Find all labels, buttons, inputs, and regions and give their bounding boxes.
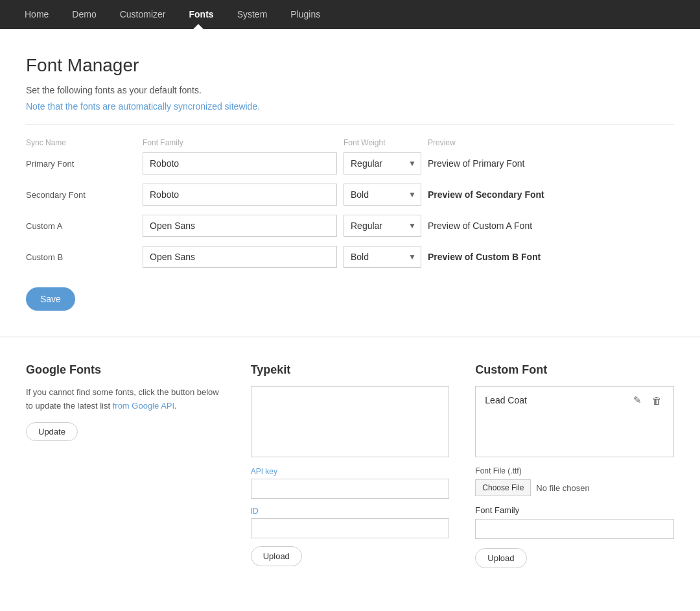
api-key-input[interactable] — [251, 479, 450, 499]
id-label: ID — [251, 507, 450, 516]
google-fonts-description: If you cannot find some fonts, click the… — [26, 386, 225, 413]
font-label-custom-a: Custom A — [26, 221, 143, 231]
font-family-custom-a-input[interactable] — [143, 215, 337, 237]
font-family-custom-b-cell — [143, 246, 344, 268]
font-table-header: Sync Name Font Family Font Weight Previe… — [26, 138, 674, 152]
font-family-custom-b-input[interactable] — [143, 246, 337, 268]
typekit-upload-button[interactable]: Upload — [251, 546, 302, 566]
main-nav: Home Demo Customizer Fonts System Plugin… — [0, 0, 700, 29]
font-weight-secondary-select-wrapper: Regular Bold Light Medium ▼ — [344, 184, 421, 206]
subtitle-2: Note that the fonts are automatically sy… — [26, 101, 674, 112]
delete-font-button[interactable]: 🗑 — [649, 393, 664, 407]
custom-font-actions: ✎ 🗑 — [631, 393, 664, 407]
nav-home[interactable]: Home — [13, 0, 60, 29]
font-weight-primary-select[interactable]: Regular Bold Light Medium — [344, 152, 421, 174]
font-label-secondary: Secondary Font — [26, 190, 143, 200]
font-label-primary: Primary Font — [26, 159, 143, 169]
font-weight-primary-select-wrapper: Regular Bold Light Medium ▼ — [344, 152, 421, 174]
header-font-family: Font Family — [143, 138, 344, 147]
font-weight-custom-b-select-wrapper: Regular Bold Light Medium ▼ — [344, 246, 421, 268]
font-weight-custom-a-select-wrapper: Regular Bold Light Medium ▼ — [344, 215, 421, 237]
file-upload-row: Choose File No file chosen — [475, 479, 674, 496]
google-api-link[interactable]: from Google API — [113, 401, 174, 411]
font-preview-custom-b: Preview of Custom B Font — [428, 252, 674, 262]
nav-plugins[interactable]: Plugins — [279, 0, 332, 29]
bottom-section: Google Fonts If you cannot find some fon… — [0, 337, 700, 594]
font-preview-secondary: Preview of Secondary Font — [428, 189, 674, 200]
font-family-primary-input[interactable] — [143, 152, 337, 174]
table-row: Secondary Font Regular Bold Light Medium… — [26, 184, 674, 206]
font-family-primary-cell — [143, 152, 344, 174]
font-label-custom-b: Custom B — [26, 252, 143, 262]
divider-top — [26, 125, 674, 125]
google-fonts-title: Google Fonts — [26, 363, 225, 377]
custom-font-list: Lead Coat ✎ 🗑 — [475, 386, 674, 457]
nav-demo[interactable]: Demo — [60, 0, 108, 29]
font-weight-custom-b-select[interactable]: Regular Bold Light Medium — [344, 246, 421, 268]
header-font-weight: Font Weight — [344, 138, 428, 147]
font-weight-secondary-select[interactable]: Regular Bold Light Medium — [344, 184, 421, 206]
api-key-label: API key — [251, 467, 450, 476]
font-family-custom-input[interactable] — [475, 519, 674, 539]
nav-customizer[interactable]: Customizer — [108, 0, 178, 29]
typekit-textarea[interactable] — [251, 386, 450, 457]
main-content: Font Manager Set the following fonts as … — [0, 29, 700, 324]
custom-font-title: Custom Font — [475, 363, 674, 377]
subtitle-1: Set the following fonts as your default … — [26, 84, 674, 97]
font-family-custom-a-cell — [143, 215, 344, 237]
typekit-title: Typekit — [251, 363, 450, 377]
font-weight-custom-a-select[interactable]: Regular Bold Light Medium — [344, 215, 421, 237]
font-family-secondary-cell — [143, 184, 344, 206]
page-title: Font Manager — [26, 55, 674, 76]
font-family-section-label: Font Family — [475, 505, 674, 515]
typekit-section: Typekit API key ID Upload — [251, 363, 450, 568]
nav-system[interactable]: System — [226, 0, 279, 29]
font-preview-custom-a: Preview of Custom A Font — [428, 221, 674, 231]
font-file-label: Font File (.ttf) — [475, 466, 674, 475]
custom-font-section: Custom Font Lead Coat ✎ 🗑 Font File (.tt… — [475, 363, 674, 568]
table-row: Custom A Regular Bold Light Medium ▼ Pre… — [26, 215, 674, 237]
nav-active-indicator — [193, 24, 204, 29]
choose-file-button[interactable]: Choose File — [475, 479, 531, 496]
edit-font-button[interactable]: ✎ — [631, 393, 644, 407]
font-family-secondary-input[interactable] — [143, 184, 337, 206]
id-input[interactable] — [251, 518, 450, 538]
font-preview-primary: Preview of Primary Font — [428, 158, 674, 169]
table-row: Custom B Regular Bold Light Medium ▼ Pre… — [26, 246, 674, 268]
update-button[interactable]: Update — [26, 422, 78, 441]
list-item: Lead Coat ✎ 🗑 — [476, 387, 673, 414]
google-fonts-section: Google Fonts If you cannot find some fon… — [26, 363, 225, 568]
no-file-text: No file chosen — [536, 483, 589, 493]
custom-font-name: Lead Coat — [485, 395, 527, 405]
custom-font-upload-button[interactable]: Upload — [475, 548, 526, 568]
table-row: Primary Font Regular Bold Light Medium ▼… — [26, 152, 674, 174]
header-sync-name: Sync Name — [26, 138, 143, 147]
header-preview: Preview — [428, 138, 674, 147]
font-table: Sync Name Font Family Font Weight Previe… — [26, 138, 674, 268]
save-button[interactable]: Save — [26, 287, 75, 311]
